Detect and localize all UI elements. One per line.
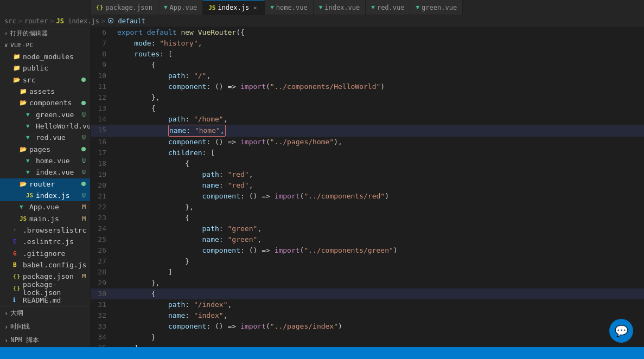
line-content: { xyxy=(115,289,644,299)
line-number: 6 xyxy=(91,27,115,38)
sidebar-section-vue-pc[interactable]: ∨VUE-PC xyxy=(0,40,90,51)
line-number: 19 xyxy=(91,169,115,180)
line-number: 18 xyxy=(91,158,115,169)
tab-green-vue[interactable]: ▼green.vue xyxy=(410,0,463,15)
sidebar: ›打开的编辑器∨VUE-PC 📁 node_modules 📁 public 📂… xyxy=(0,27,91,347)
badge-untracked: U xyxy=(82,157,86,164)
sidebar-item-label: src xyxy=(23,76,79,84)
chevron-icon: › xyxy=(4,323,8,331)
tab-index-js[interactable]: JSindex.js✕ xyxy=(203,0,265,15)
sidebar-item[interactable]: 📂 router xyxy=(0,178,90,190)
code-line: 18 { xyxy=(91,158,644,169)
sidebar-item[interactable]: ▼ App.vue M xyxy=(0,201,90,213)
line-number: 10 xyxy=(91,70,115,81)
code-line: 29 }, xyxy=(91,278,644,289)
code-line: 23 { xyxy=(91,213,644,223)
code-editor[interactable]: 6export default new VueRouter({7 mode: "… xyxy=(91,27,644,347)
file-icon: · xyxy=(13,227,21,234)
badge-modified: M xyxy=(82,273,86,280)
sidebar-item[interactable]: 📁 node_modules xyxy=(0,51,90,62)
code-line: 12 }, xyxy=(91,92,644,103)
file-icon: ▼ xyxy=(26,169,34,176)
sidebar-bottom-item-0[interactable]: ›大纲 xyxy=(0,306,90,320)
line-content: { xyxy=(115,213,644,223)
file-icon: 📁 xyxy=(13,53,21,60)
js-icon: JS xyxy=(208,4,215,11)
sidebar-item[interactable]: JS main.js M xyxy=(0,213,90,225)
sidebar-item[interactable]: ▼ HelloWorld.vue xyxy=(0,120,90,132)
file-icon: ▼ xyxy=(26,123,34,130)
line-content: mode: "history", xyxy=(115,38,644,49)
code-line: 35 ] xyxy=(91,343,644,347)
code-line: 7 mode: "history", xyxy=(91,38,644,49)
sidebar-item[interactable]: E .eslintrc.js xyxy=(0,236,90,247)
code-line: 9 { xyxy=(91,60,644,70)
line-content: { xyxy=(115,103,644,114)
sidebar-item[interactable]: 📁 public xyxy=(0,62,90,74)
line-number: 35 xyxy=(91,343,115,347)
tab-index-vue[interactable]: ▼index.vue xyxy=(314,0,366,15)
highlighted-text: name: "home", xyxy=(168,125,226,137)
sidebar-item[interactable]: {} package-lock.json xyxy=(0,283,90,294)
status-bar xyxy=(0,347,644,359)
code-line: 16 component: () => import("../pages/hom… xyxy=(91,137,644,148)
tab-home-vue[interactable]: ▼home.vue xyxy=(265,0,313,15)
line-content: component: () => import("../pages/home")… xyxy=(115,137,644,148)
sidebar-item-label: components xyxy=(29,99,79,107)
sidebar-item[interactable]: ▼ index.vue U xyxy=(0,166,90,178)
vue-icon: ▼ xyxy=(371,4,375,11)
line-number: 8 xyxy=(91,49,115,60)
tab-close-icon[interactable]: ✕ xyxy=(251,4,259,11)
sidebar-item-label: index.js xyxy=(36,191,80,200)
code-line: 15 name: "home", xyxy=(91,125,644,137)
code-line: 24 path: "green", xyxy=(91,223,644,234)
sidebar-item-label: router xyxy=(29,180,79,188)
section-label: 打开的编辑器 xyxy=(10,29,48,37)
line-number: 26 xyxy=(91,245,115,256)
sidebar-item-label: green.vue xyxy=(36,111,80,119)
breadcrumb-part-0: src xyxy=(4,17,16,25)
sidebar-item[interactable]: ▼ green.vue U xyxy=(0,109,90,120)
sidebar-item[interactable]: G .gitignore xyxy=(0,248,90,259)
line-content: ] xyxy=(115,343,644,347)
badge-untracked: U xyxy=(82,111,86,118)
sidebar-section-open-editors[interactable]: ›打开的编辑器 xyxy=(0,27,90,40)
sidebar-item[interactable]: · .browserslistrc xyxy=(0,225,90,236)
tab-red-vue[interactable]: ▼red.vue xyxy=(366,0,410,15)
code-line: 19 path: "red", xyxy=(91,169,644,180)
line-number: 20 xyxy=(91,180,115,191)
file-icon: 📂 xyxy=(20,99,27,106)
sidebar-item[interactable]: 📂 src xyxy=(0,74,90,86)
tab-package-json[interactable]: {}package.json xyxy=(91,0,158,15)
vue-icon: ▼ xyxy=(164,4,168,11)
sidebar-item-label: App.vue xyxy=(29,203,80,211)
sidebar-item-label: HelloWorld.vue xyxy=(36,122,91,130)
line-content: path: "green", xyxy=(115,223,644,234)
sidebar-bottom-item-1[interactable]: ›时间线 xyxy=(0,320,90,334)
line-number: 7 xyxy=(91,38,115,49)
line-content: children: [ xyxy=(115,148,644,158)
file-icon: E xyxy=(13,238,21,245)
file-icon: 📂 xyxy=(20,181,27,188)
sidebar-item[interactable]: B babel.config.js xyxy=(0,259,90,271)
sidebar-item[interactable]: 📁 assets xyxy=(0,86,90,97)
tabs-container: {}package.json▼App.vueJSindex.js✕▼home.v… xyxy=(91,0,644,15)
line-content: routes: [ xyxy=(115,49,644,60)
line-content: }, xyxy=(115,202,644,213)
sidebar-item[interactable]: ℹ README.md xyxy=(0,294,90,306)
sidebar-item[interactable]: 📂 pages xyxy=(0,144,90,155)
tab-app-vue[interactable]: ▼App.vue xyxy=(158,0,203,15)
tab-label: red.vue xyxy=(377,4,405,11)
line-number: 9 xyxy=(91,60,115,70)
tab-label: App.vue xyxy=(170,4,197,11)
chat-bubble[interactable]: 💬 xyxy=(609,319,633,343)
sidebar-bottom-item-2[interactable]: ›NPM 脚本 xyxy=(0,334,90,347)
sidebar-item[interactable]: ▼ red.vue U xyxy=(0,132,90,143)
line-content: path: "red", xyxy=(115,169,644,180)
code-line: 17 children: [ xyxy=(91,148,644,158)
sidebar-item[interactable]: 📂 components xyxy=(0,97,90,108)
chevron-icon: › xyxy=(4,337,8,344)
sidebar-item[interactable]: JS index.js U xyxy=(0,190,90,201)
sidebar-item[interactable]: ▼ home.vue U xyxy=(0,155,90,166)
main-content: ›打开的编辑器∨VUE-PC 📁 node_modules 📁 public 📂… xyxy=(0,27,644,347)
